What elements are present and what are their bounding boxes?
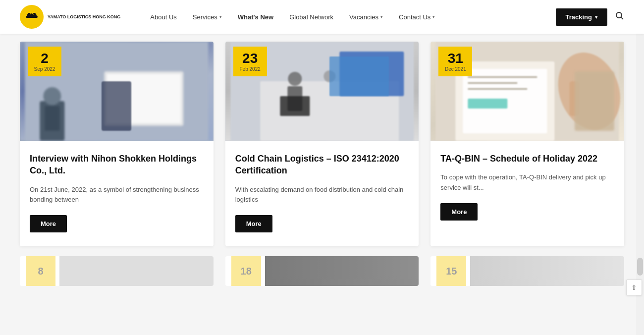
card-3-excerpt: To cope with the operation, TA-Q-BIN del…: [440, 172, 614, 193]
card-2-title: Cold Chain Logistics – ISO 23412:2020 Ce…: [235, 153, 409, 177]
nav-contact[interactable]: Contact Us ▾: [399, 13, 435, 21]
bottom-card-2: 18: [225, 256, 419, 286]
bottom-card-2-image: [225, 256, 419, 286]
card-1-date-month: Sep 2022: [34, 66, 55, 72]
logo-text: YAMATO LOGISTICS HONG KONG: [48, 14, 120, 20]
contact-dropdown-arrow: ▾: [432, 14, 435, 19]
tracking-arrow: ▾: [595, 14, 597, 20]
svg-point-8: [43, 87, 61, 105]
card-1-date-day: 2: [41, 52, 49, 65]
card-2: 23 Feb 2022 Cold Chain Logistics – ISO 2…: [225, 42, 419, 246]
bottom-card-3: 15: [430, 256, 624, 286]
svg-rect-3: [28, 13, 36, 18]
svg-point-4: [616, 12, 622, 18]
svg-point-17: [323, 70, 335, 82]
bottom-row: 8 18 15: [20, 256, 624, 286]
card-2-image: 23 Feb 2022: [225, 42, 419, 141]
card-3-body: TA-Q-BIN – Schedule of Holiday 2022 To c…: [430, 141, 624, 234]
svg-rect-18: [280, 96, 310, 116]
main-nav: About Us Services ▾ What's New Global Ne…: [150, 13, 555, 21]
card-3-date-day: 31: [448, 52, 463, 65]
card-2-date-badge: 23 Feb 2022: [233, 47, 267, 76]
header: YAMATO LOGISTICS HONG KONG About Us Serv…: [0, 0, 644, 34]
cards-grid: 2 Sep 2022 Interview with Nihon Shokken …: [20, 42, 624, 246]
vacancies-dropdown-arrow: ▾: [380, 14, 383, 19]
nav-whats-new[interactable]: What's New: [238, 13, 273, 21]
scrollbar-thumb[interactable]: [637, 258, 643, 276]
card-2-date-month: Feb 2022: [240, 66, 261, 72]
svg-rect-25: [468, 99, 508, 109]
card-3-date-badge: 31 Dec 2021: [438, 47, 472, 76]
svg-rect-22: [468, 76, 537, 78]
bottom-card-1: 8: [20, 256, 214, 286]
card-2-date-day: 23: [242, 52, 258, 65]
logo[interactable]: YAMATO LOGISTICS HONG KONG: [20, 5, 120, 29]
card-1-more-button[interactable]: More: [30, 215, 67, 232]
scroll-to-top-button[interactable]: ⇧: [626, 279, 642, 295]
services-dropdown-arrow: ▾: [219, 14, 222, 19]
bottom-card-3-image: [430, 256, 624, 286]
svg-rect-11: [107, 74, 181, 123]
nav-global-network[interactable]: Global Network: [289, 13, 333, 21]
card-3: 31 Dec 2021 TA-Q-BIN – Schedule of Holid…: [430, 42, 624, 246]
logo-icon: [20, 5, 44, 29]
card-3-image: 31 Dec 2021: [430, 42, 624, 141]
svg-rect-9: [45, 106, 59, 131]
nav-vacancies[interactable]: Vacancies ▾: [349, 13, 383, 21]
card-3-date-month: Dec 2021: [445, 66, 466, 72]
main-content: 2 Sep 2022 Interview with Nihon Shokken …: [0, 34, 644, 301]
bottom-card-1-image: [20, 256, 214, 286]
card-3-more-button[interactable]: More: [440, 203, 478, 221]
card-1: 2 Sep 2022 Interview with Nihon Shokken …: [20, 42, 214, 246]
svg-rect-23: [468, 82, 518, 84]
svg-rect-24: [468, 88, 528, 90]
svg-rect-14: [339, 52, 404, 96]
card-1-body: Interview with Nihon Shokken Holdings Co…: [20, 141, 214, 246]
svg-line-5: [621, 17, 624, 19]
tracking-button[interactable]: Tracking ▾: [556, 8, 607, 26]
card-2-excerpt: With escalating demand on food distribut…: [235, 185, 409, 206]
search-button[interactable]: [615, 11, 624, 23]
card-2-body: Cold Chain Logistics – ISO 23412:2020 Ce…: [225, 141, 419, 246]
card-1-date-badge: 2 Sep 2022: [28, 47, 61, 76]
card-1-image: 2 Sep 2022: [20, 42, 214, 141]
card-2-more-button[interactable]: More: [235, 215, 272, 232]
card-3-title: TA-Q-BIN – Schedule of Holiday 2022: [440, 153, 614, 165]
svg-rect-27: [570, 81, 580, 116]
card-1-excerpt: On 21st June, 2022, as a symbol of stren…: [30, 185, 204, 206]
nav-services[interactable]: Services ▾: [193, 13, 222, 21]
nav-about[interactable]: About Us: [150, 13, 176, 21]
card-1-title: Interview with Nihon Shokken Holdings Co…: [30, 153, 204, 177]
svg-point-15: [288, 72, 302, 86]
